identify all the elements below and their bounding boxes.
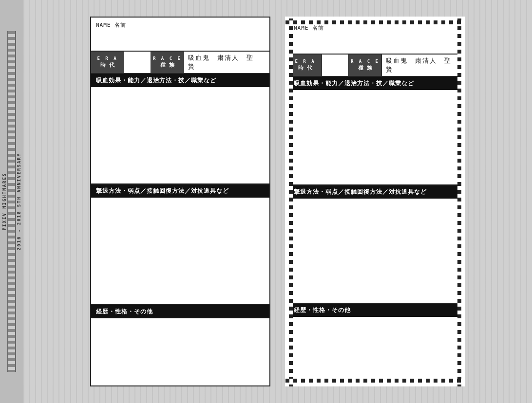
card1-era-blank[interactable] (124, 52, 151, 73)
card2-era-blank[interactable] (322, 55, 349, 76)
card1-era-box: E R A 時 代 (91, 52, 124, 73)
card1-section3: 経歴・性格・その他 (91, 305, 269, 385)
card2-era-box: E R A 時 代 (289, 55, 322, 76)
card2-race-box: R A C E 種 族 (349, 55, 382, 76)
border-pattern (7, 31, 16, 372)
card2-section3-body[interactable] (289, 317, 461, 383)
card2-section1-body[interactable] (289, 90, 461, 185)
card1-race-options: 吸血鬼 粛清人 聖 贄 (184, 52, 269, 73)
card1-name-field: NAME 名前 (91, 18, 269, 52)
card2-sections: 吸血効果・能力／退治方法・技／職業など 撃退方法・弱点／接触回復方法／対抗道具な… (289, 77, 461, 383)
card1-era-race-row: E R A 時 代 R A C E 種 族 吸血鬼 粛清人 聖 贄 (91, 52, 269, 74)
card2-section2-header: 撃退方法・弱点／接触回復方法／対抗道具など (289, 185, 461, 199)
card2-race-top: R A C E (351, 59, 380, 64)
card2-section3: 経歴・性格・その他 (289, 304, 461, 383)
card1-section3-header: 経歴・性格・その他 (91, 305, 269, 318)
card2-section2: 撃退方法・弱点／接触回復方法／対抗道具など (289, 185, 461, 304)
card2-name-label: NAME 名前 (294, 24, 324, 32)
card1-race-box: R A C E 種 族 (151, 52, 184, 73)
card1-section3-body[interactable] (91, 318, 269, 385)
card1-section1: 吸血効果・能力／退治方法・技／職業など (91, 74, 269, 184)
main-content: NAME 名前 E R A 時 代 R A C E 種 族 吸血鬼 粛清人 聖 … (23, 0, 532, 403)
card2-race-options: 吸血鬼 粛清人 聖 贄 (382, 55, 461, 76)
card2-section1: 吸血効果・能力／退治方法・技／職業など (289, 77, 461, 185)
card1-era-top: E R A (97, 56, 117, 61)
card1-sections: 吸血効果・能力／退治方法・技／職業など 撃退方法・弱点／接触回復方法／対抗道具な… (91, 74, 269, 385)
card1-section2: 撃退方法・弱点／接触回復方法／対抗道具など (91, 184, 269, 305)
card2-section2-body[interactable] (289, 199, 461, 304)
vertical-text-title: PIXIV NIGHTMARES (2, 173, 7, 231)
card2-era-bottom: 時 代 (298, 64, 312, 72)
card2-name-field: NAME 名前 (289, 20, 461, 55)
card1-section1-body[interactable] (91, 87, 269, 184)
card2-era-race-row: E R A 時 代 R A C E 種 族 吸血鬼 粛清人 聖 贄 (289, 55, 461, 77)
card1-era-bottom: 時 代 (100, 61, 114, 69)
left-decorative-border: PIXIV NIGHTMARES 2016 - 2018 5TH ANNIVER… (0, 0, 23, 403)
card1-section2-header: 撃退方法・弱点／接触回復方法／対抗道具など (91, 184, 269, 198)
card1-race-bottom: 種 族 (160, 61, 174, 69)
card1-section1-header: 吸血効果・能力／退治方法・技／職業など (91, 74, 269, 87)
card-2: NAME 名前 E R A 時 代 R A C E 種 族 吸血鬼 粛清人 聖 … (285, 17, 465, 386)
card2-section1-header: 吸血効果・能力／退治方法・技／職業など (289, 77, 461, 90)
vertical-text-anniversary: 2016 - 2018 5TH ANNIVERSARY (17, 153, 21, 250)
card2-era-top: E R A (295, 59, 315, 64)
card1-race-top: R A C E (153, 56, 182, 61)
card2-section3-header: 経歴・性格・その他 (289, 304, 461, 317)
card1-name-label: NAME 名前 (96, 21, 126, 29)
card-1: NAME 名前 E R A 時 代 R A C E 種 族 吸血鬼 粛清人 聖 … (90, 17, 270, 386)
card2-race-bottom: 種 族 (358, 64, 372, 72)
card1-section2-body[interactable] (91, 198, 269, 305)
